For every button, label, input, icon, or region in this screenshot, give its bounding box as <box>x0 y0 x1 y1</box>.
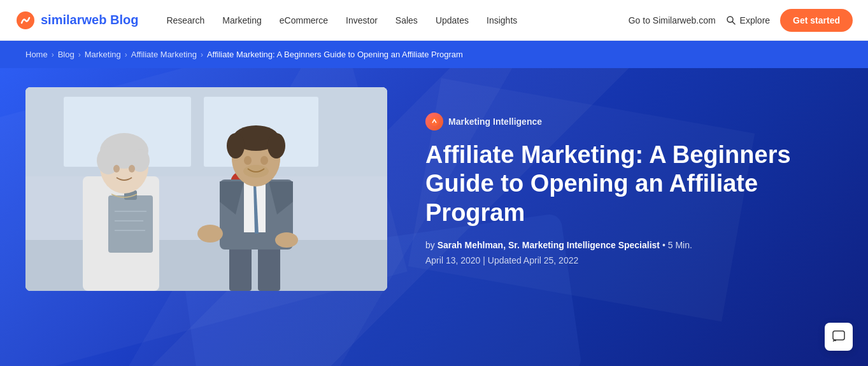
nav-ecommerce[interactable]: eCommerce <box>272 10 336 31</box>
svg-point-37 <box>197 225 223 243</box>
article-date: April 13, 2020 | Updated April 25, 2022 <box>425 255 843 265</box>
nav-updates[interactable]: Updates <box>428 10 476 31</box>
navbar: similarweb Blog Research Marketing eComm… <box>0 0 868 41</box>
breadcrumb-sep-1: › <box>52 50 54 59</box>
logo[interactable]: similarweb Blog <box>15 10 138 31</box>
nav-right: Go to Similarweb.com Explore Get started <box>629 9 853 32</box>
svg-point-34 <box>244 156 252 165</box>
chat-icon <box>832 330 846 344</box>
breadcrumb-home[interactable]: Home <box>25 50 48 59</box>
breadcrumb-blog[interactable]: Blog <box>58 50 75 59</box>
svg-point-35 <box>260 156 268 165</box>
article-image <box>25 87 387 291</box>
nav-sales[interactable]: Sales <box>388 10 425 31</box>
nav-links: Research Marketing eCommerce Investor Sa… <box>159 10 628 31</box>
chat-button[interactable] <box>825 323 853 351</box>
category-icon <box>425 113 443 130</box>
svg-point-32 <box>227 133 245 158</box>
nav-insights[interactable]: Insights <box>479 10 525 31</box>
breadcrumb-sep-3: › <box>125 50 127 59</box>
nav-investor[interactable]: Investor <box>338 10 385 31</box>
svg-rect-7 <box>25 240 387 291</box>
explore-button[interactable]: Explore <box>726 15 770 25</box>
breadcrumb-sep-2: › <box>78 50 81 59</box>
logo-text: similarweb Blog <box>41 13 138 27</box>
breadcrumb-current: Affiliate Marketing: A Beginners Guide t… <box>207 50 463 59</box>
goto-similarweb-link[interactable]: Go to Similarweb.com <box>629 15 716 25</box>
category-label: Marketing Intelligence <box>448 116 542 127</box>
svg-point-22 <box>129 165 135 172</box>
svg-point-39 <box>430 117 439 126</box>
article-text: Marketing Intelligence Affiliate Marketi… <box>425 113 843 266</box>
breadcrumb-affiliate-marketing[interactable]: Affiliate Marketing <box>131 50 197 59</box>
svg-point-38 <box>275 232 298 248</box>
marketing-intelligence-icon <box>429 116 439 127</box>
breadcrumb-marketing[interactable]: Marketing <box>85 50 121 59</box>
svg-rect-12 <box>108 195 153 253</box>
svg-point-33 <box>267 133 285 158</box>
article-image-svg <box>25 87 387 291</box>
svg-rect-40 <box>833 331 844 340</box>
breadcrumb: Home › Blog › Marketing › Affiliate Mark… <box>0 41 868 68</box>
similarweb-logo-icon <box>15 10 36 31</box>
nav-research[interactable]: Research <box>159 10 212 31</box>
category-badge: Marketing Intelligence <box>425 113 843 130</box>
article-title: Affiliate Marketing: A Beginners Guide t… <box>425 141 843 228</box>
article-author: by Sarah Mehlman, Sr. Marketing Intellig… <box>425 240 843 250</box>
get-started-button[interactable]: Get started <box>780 9 853 32</box>
svg-point-21 <box>113 165 120 172</box>
breadcrumb-sep-4: › <box>201 50 203 59</box>
hero-body: Marketing Intelligence Affiliate Marketi… <box>0 68 868 316</box>
svg-line-2 <box>732 22 735 24</box>
search-icon <box>726 15 736 25</box>
nav-marketing[interactable]: Marketing <box>215 10 269 31</box>
hero-section: Home › Blog › Marketing › Affiliate Mark… <box>0 41 868 366</box>
